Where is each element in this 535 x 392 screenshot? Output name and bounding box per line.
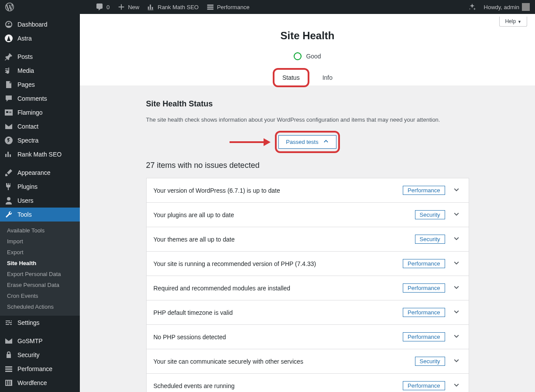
test-row[interactable]: Your themes are all up to dateSecurity (146, 227, 469, 252)
mail-icon (4, 337, 13, 345)
sidebar-item-rankmath[interactable]: Rank Math SEO (0, 147, 80, 161)
comments-count: 0 (106, 4, 110, 10)
sidebar-item-posts[interactable]: Posts (0, 50, 80, 64)
sidebar-item-users[interactable]: Users (0, 194, 80, 208)
sidebar-item-spectra[interactable]: Spectra (0, 133, 80, 147)
chevron-up-icon (323, 138, 329, 146)
stack-icon (206, 3, 214, 11)
sub-available-tools[interactable]: Available Tools (0, 225, 80, 236)
chevron-down-icon[interactable] (451, 380, 462, 392)
status-indicator: Good (80, 52, 535, 60)
test-row[interactable]: No PHP sessions detectedPerformance (146, 324, 469, 349)
adminbar-account[interactable]: Howdy, admin (484, 3, 530, 11)
chart-icon (147, 3, 155, 11)
section-description: The site health check shows information … (146, 116, 469, 123)
avatar (522, 3, 530, 11)
test-row[interactable]: Your version of WordPress (6.7.1) is up … (146, 178, 469, 203)
test-badge: Performance (403, 283, 445, 293)
comment-icon (4, 94, 13, 103)
tab-info[interactable]: Info (321, 70, 334, 85)
passed-tests-button[interactable]: Passed tests (278, 135, 336, 149)
sidebar-item-flamingo[interactable]: Flamingo (0, 106, 80, 119)
test-badge: Security (415, 210, 445, 219)
chevron-down-icon[interactable] (451, 258, 462, 269)
spectra-icon (4, 136, 13, 145)
chevron-down-icon: ▼ (518, 20, 521, 24)
dashboard-icon (4, 20, 13, 29)
tests-list: Your version of WordPress (6.7.1) is up … (146, 178, 469, 392)
wordpress-icon (5, 3, 14, 11)
test-row[interactable]: Your site can communicate securely with … (146, 349, 469, 374)
test-title: Your version of WordPress (6.7.1) is up … (154, 187, 403, 194)
page-icon (4, 80, 13, 89)
wrench-icon (4, 210, 13, 219)
sidebar-item-security[interactable]: Security (0, 348, 80, 362)
user-icon (4, 196, 13, 205)
card-icon (4, 108, 13, 117)
chevron-down-icon[interactable] (451, 282, 462, 294)
test-badge: Performance (403, 259, 445, 268)
sub-export[interactable]: Export (0, 247, 80, 258)
test-badge: Performance (403, 308, 445, 317)
pin-icon (4, 52, 13, 61)
test-badge: Security (415, 357, 445, 366)
sidebar-item-gosmtp[interactable]: GoSMTP (0, 334, 80, 348)
chevron-down-icon[interactable] (451, 233, 462, 245)
sub-site-health[interactable]: Site Health (0, 258, 80, 269)
page-title: Site Health (80, 30, 535, 42)
sidebar-item-contact[interactable]: Contact (0, 119, 80, 133)
sparkle-icon (468, 3, 476, 11)
chevron-down-icon[interactable] (451, 209, 462, 221)
brush-icon (4, 168, 13, 177)
sub-scheduled-actions[interactable]: Scheduled Actions (0, 301, 80, 312)
test-row[interactable]: PHP default timezone is validPerformance (146, 300, 469, 325)
test-row[interactable]: Scheduled events are runningPerformance (146, 373, 469, 392)
chevron-down-icon[interactable] (451, 307, 462, 318)
sliders-icon (4, 318, 13, 327)
adminbar-performance[interactable]: Performance (206, 3, 249, 11)
comment-icon (95, 3, 104, 11)
adminbar-new[interactable]: New (117, 3, 139, 11)
adminbar-comments[interactable]: 0 (95, 3, 110, 11)
adminbar-ai[interactable] (468, 3, 476, 11)
test-title: No PHP sessions detected (154, 334, 403, 341)
sidebar-item-plugins[interactable]: Plugins (0, 180, 80, 194)
sidebar-item-media[interactable]: Media (0, 64, 80, 78)
tab-status[interactable]: Status (281, 70, 302, 85)
test-row[interactable]: Your plugins are all up to dateSecurity (146, 202, 469, 227)
test-badge: Performance (403, 381, 445, 390)
status-label: Good (306, 53, 321, 60)
test-title: Your plugins are all up to date (154, 211, 415, 218)
sub-export-personal-data[interactable]: Export Personal Data (0, 269, 80, 280)
astra-icon (4, 34, 13, 43)
sidebar-item-comments[interactable]: Comments (0, 92, 80, 106)
help-tab[interactable]: Help▼ (499, 17, 527, 27)
site-health-tabs: Status Info (80, 70, 535, 85)
sidebar-item-appearance[interactable]: Appearance (0, 166, 80, 180)
chevron-down-icon[interactable] (451, 184, 462, 196)
adminbar-rankmath[interactable]: Rank Math SEO (147, 3, 199, 11)
sidebar-item-pages[interactable]: Pages (0, 78, 80, 92)
annotation-arrow (230, 138, 271, 146)
test-row[interactable]: Your site is running a recommended versi… (146, 251, 469, 276)
sidebar-item-dashboard[interactable]: Dashboard (0, 17, 80, 31)
admin-bar: 0 New Rank Math SEO Performance Howdy, a… (0, 0, 535, 14)
chevron-down-icon[interactable] (451, 355, 462, 367)
sidebar-item-wordfence[interactable]: Wordfence (0, 376, 80, 390)
sidebar-item-astra[interactable]: Astra (0, 31, 80, 45)
sidebar-item-tools[interactable]: Tools (0, 208, 80, 222)
sub-erase-personal-data[interactable]: Erase Personal Data (0, 280, 80, 290)
test-title: Required and recommended modules are ins… (154, 285, 403, 292)
sub-import[interactable]: Import (0, 236, 80, 247)
sidebar-item-settings[interactable]: Settings (0, 316, 80, 330)
plus-icon (117, 3, 125, 11)
chevron-down-icon[interactable] (451, 331, 462, 343)
tools-submenu: Available Tools Import Export Site Healt… (0, 222, 80, 316)
wp-logo[interactable] (5, 3, 14, 11)
test-row[interactable]: Required and recommended modules are ins… (146, 276, 469, 300)
sidebar-item-performance[interactable]: Performance (0, 362, 80, 376)
sub-cron-events[interactable]: Cron Events (0, 290, 80, 301)
test-title: PHP default timezone is valid (154, 309, 403, 316)
section-title: Site Health Status (146, 99, 469, 109)
items-heading: 27 items with no issues detected (146, 161, 469, 170)
